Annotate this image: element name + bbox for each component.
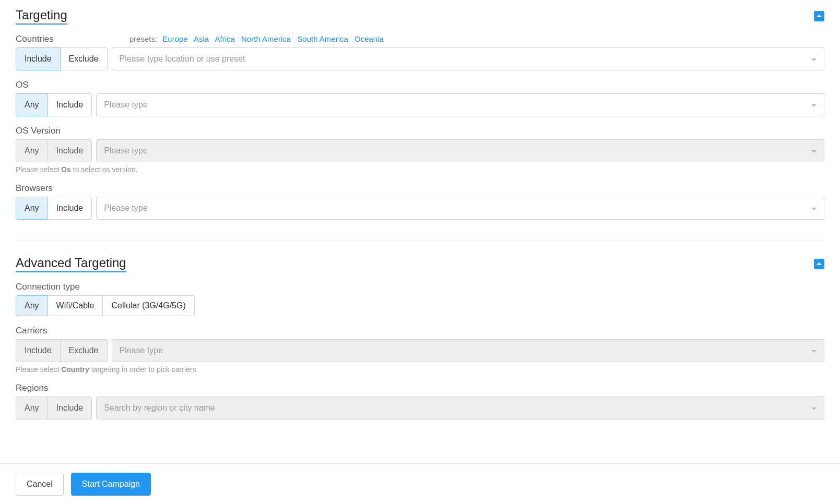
os-toggle: Any Include <box>16 93 92 116</box>
countries-toggle: Include Exclude <box>16 47 108 70</box>
footer-bar: Cancel Start Campaign <box>0 463 840 504</box>
page-root: Targeting Countries presets: Europe Asia… <box>0 0 840 504</box>
caret-down-icon <box>811 346 817 355</box>
hint-post: targeting in order to pick carriers <box>89 365 196 374</box>
connection-field: Connection type Any Wifi/Cable Cellular … <box>16 282 824 316</box>
os-controls: Any Include Please type <box>16 93 824 116</box>
os-version-include-btn: Include <box>48 139 92 162</box>
regions-any-btn: Any <box>16 397 48 419</box>
connection-toggle: Any Wifi/Cable Cellular (3G/4G/5G) <box>16 295 195 316</box>
regions-select: Search by region or city name <box>96 397 824 419</box>
start-campaign-button[interactable]: Start Campaign <box>71 473 151 496</box>
hint-bold: Os <box>61 165 71 174</box>
caret-down-icon <box>811 147 817 155</box>
carriers-select: Please type <box>112 339 824 362</box>
preset-oceania[interactable]: Oceania <box>354 34 384 43</box>
caret-down-icon <box>811 204 817 213</box>
caret-down-icon <box>811 55 817 64</box>
regions-field: Regions Any Include Search by region or … <box>16 383 824 419</box>
carriers-toggle: Include Exclude <box>16 339 108 362</box>
carriers-controls: Include Exclude Please type <box>16 339 824 362</box>
os-include-btn[interactable]: Include <box>48 93 92 116</box>
countries-label-row: Countries presets: Europe Asia Africa No… <box>16 34 824 44</box>
advanced-title: Advanced Targeting <box>16 256 126 272</box>
advanced-collapse-button[interactable] <box>814 259 824 269</box>
regions-label: Regions <box>16 383 48 393</box>
countries-field: Countries presets: Europe Asia Africa No… <box>16 34 824 70</box>
browsers-field: Browsers Any Include Please type <box>16 183 824 220</box>
os-version-field: OS Version Any Include Please type Pleas… <box>16 126 824 174</box>
countries-exclude-btn[interactable]: Exclude <box>61 47 108 70</box>
os-version-placeholder: Please type <box>104 146 148 155</box>
hint-bold: Country <box>61 365 89 374</box>
caret-down-icon <box>811 404 817 413</box>
targeting-title: Targeting <box>16 8 67 25</box>
os-field: OS Any Include Please type <box>16 80 824 116</box>
cancel-button[interactable]: Cancel <box>16 473 64 496</box>
carriers-include-btn: Include <box>16 339 61 362</box>
countries-select[interactable]: Please type location or use preset <box>112 47 824 70</box>
connection-cellular-btn[interactable]: Cellular (3G/4G/5G) <box>103 295 194 316</box>
content-area: Targeting Countries presets: Europe Asia… <box>0 0 840 463</box>
connection-label: Connection type <box>16 282 80 292</box>
browsers-toggle: Any Include <box>16 197 92 220</box>
presets-label: presets: <box>129 34 157 43</box>
os-version-any-btn: Any <box>16 139 48 162</box>
carriers-placeholder: Please type <box>120 346 163 355</box>
browsers-controls: Any Include Please type <box>16 197 824 220</box>
os-label: OS <box>16 80 29 90</box>
countries-label: Countries <box>16 34 54 44</box>
os-version-select: Please type <box>96 139 824 162</box>
preset-asia[interactable]: Asia <box>194 34 209 43</box>
regions-include-btn: Include <box>48 397 92 419</box>
browsers-select[interactable]: Please type <box>96 197 824 220</box>
targeting-collapse-button[interactable] <box>814 11 824 21</box>
os-placeholder: Please type <box>104 100 148 110</box>
hint-pre: Please select <box>16 165 61 174</box>
countries-include-btn[interactable]: Include <box>16 47 61 70</box>
hint-pre: Please select <box>16 365 61 374</box>
chevron-up-icon <box>817 14 822 19</box>
countries-placeholder: Please type location or use preset <box>120 54 245 64</box>
os-version-label: OS Version <box>16 126 61 136</box>
regions-controls: Any Include Search by region or city nam… <box>16 397 824 419</box>
carriers-label: Carriers <box>16 326 47 336</box>
os-version-hint: Please select Os to select os version. <box>16 165 824 174</box>
os-version-toggle: Any Include <box>16 139 92 162</box>
carriers-hint: Please select Country targeting in order… <box>16 365 824 374</box>
os-version-controls: Any Include Please type <box>16 139 824 162</box>
browsers-placeholder: Please type <box>104 203 148 213</box>
carriers-exclude-btn: Exclude <box>61 339 108 362</box>
regions-placeholder: Search by region or city name <box>104 403 215 413</box>
preset-south-america[interactable]: South America <box>297 34 348 43</box>
regions-toggle: Any Include <box>16 397 92 419</box>
chevron-up-icon <box>817 261 822 267</box>
carriers-field: Carriers Include Exclude Please type Ple… <box>16 326 824 374</box>
countries-controls: Include Exclude Please type location or … <box>16 47 824 70</box>
preset-africa[interactable]: Africa <box>215 34 235 43</box>
connection-any-btn[interactable]: Any <box>16 295 48 316</box>
caret-down-icon <box>811 101 817 110</box>
preset-europe[interactable]: Europe <box>162 34 187 43</box>
os-select[interactable]: Please type <box>96 93 824 116</box>
connection-wifi-btn[interactable]: Wifi/Cable <box>48 295 103 316</box>
targeting-header: Targeting <box>16 8 824 25</box>
advanced-header: Advanced Targeting <box>16 256 824 272</box>
browsers-any-btn[interactable]: Any <box>16 197 48 220</box>
browsers-include-btn[interactable]: Include <box>48 197 92 220</box>
hint-post: to select os version. <box>71 165 138 174</box>
section-divider <box>16 241 824 241</box>
connection-controls: Any Wifi/Cable Cellular (3G/4G/5G) <box>16 295 824 316</box>
os-any-btn[interactable]: Any <box>16 93 48 116</box>
preset-north-america[interactable]: North America <box>241 34 291 43</box>
countries-presets: presets: Europe Asia Africa North Americ… <box>129 34 388 43</box>
browsers-label: Browsers <box>16 183 53 194</box>
